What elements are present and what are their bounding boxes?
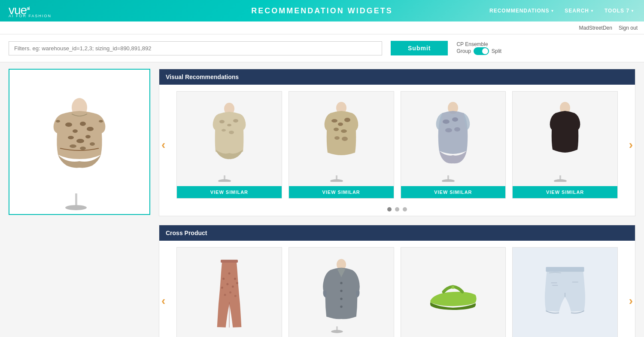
svg-point-5 bbox=[80, 122, 86, 126]
view-similar-btn-3[interactable]: VIEW SIMILAR bbox=[401, 186, 506, 198]
nav-search[interactable]: SEARCH ▼ bbox=[559, 8, 599, 14]
svg-point-34 bbox=[443, 119, 450, 124]
visual-recommendations-grid: VIEW SIMILAR bbox=[176, 91, 618, 199]
svg-point-9 bbox=[85, 135, 91, 138]
svg-point-17 bbox=[227, 124, 231, 126]
cross-product-3: VIEW SIMILAR bbox=[401, 247, 506, 337]
shoes-image bbox=[423, 269, 483, 321]
toggle-area: CP Ensemble Group Split bbox=[456, 41, 501, 55]
svg-point-39 bbox=[442, 179, 455, 182]
svg-point-48 bbox=[232, 285, 234, 288]
svg-point-43 bbox=[222, 278, 225, 280]
nav-tools[interactable]: TOOLS 7 ▼ bbox=[599, 8, 640, 14]
svg-point-58 bbox=[340, 297, 343, 300]
nav-recommendations[interactable]: RECOMMENDATIONS ▼ bbox=[484, 8, 559, 14]
svg-point-57 bbox=[340, 290, 343, 292]
cross-product-header: Cross Product bbox=[159, 225, 635, 241]
svg-point-62 bbox=[452, 286, 455, 289]
svg-point-50 bbox=[224, 294, 226, 296]
svg-rect-0 bbox=[75, 193, 77, 206]
jacket-image bbox=[318, 252, 365, 337]
svg-point-30 bbox=[342, 137, 348, 141]
source-product-image bbox=[32, 73, 127, 211]
svg-point-51 bbox=[229, 291, 231, 294]
svg-point-56 bbox=[340, 282, 343, 285]
product-image-2 bbox=[289, 92, 394, 186]
svg-point-36 bbox=[445, 128, 452, 132]
svg-point-20 bbox=[229, 131, 234, 134]
chevron-down-icon: ▼ bbox=[590, 9, 594, 13]
svg-point-16 bbox=[219, 120, 225, 123]
visual-rec-prev-button[interactable]: ‹ bbox=[161, 138, 165, 152]
logo-area: vueai AI FOR FASHION bbox=[0, 3, 52, 18]
svg-point-47 bbox=[226, 283, 228, 285]
visual-recommendations-header: Visual Recommendations bbox=[159, 69, 635, 85]
svg-point-42 bbox=[554, 179, 567, 182]
user-bar: MadStreetDen Sign out bbox=[0, 21, 644, 34]
visual-rec-product-2: VIEW SIMILAR bbox=[289, 91, 394, 199]
svg-point-44 bbox=[228, 273, 230, 275]
source-image-container bbox=[9, 69, 150, 215]
svg-point-19 bbox=[222, 129, 226, 132]
cross-product-4: VIEW SIMILAR bbox=[512, 247, 618, 337]
svg-point-13 bbox=[56, 120, 60, 123]
svg-point-7 bbox=[68, 136, 74, 139]
view-similar-btn-2[interactable]: VIEW SIMILAR bbox=[289, 186, 394, 198]
right-panel: Visual Recommendations ‹ bbox=[159, 69, 635, 337]
cross-product-prev-button[interactable]: ‹ bbox=[161, 294, 165, 308]
svg-point-3 bbox=[65, 123, 72, 127]
logo-sup: ai bbox=[27, 6, 29, 11]
submit-button[interactable]: Submit bbox=[391, 41, 448, 55]
filter-input[interactable] bbox=[9, 41, 382, 55]
cross-product-carousel: ‹ bbox=[159, 241, 635, 337]
svg-point-6 bbox=[87, 127, 94, 131]
svg-point-1 bbox=[65, 205, 87, 210]
svg-point-24 bbox=[331, 119, 337, 123]
visual-rec-product-4: VIEW SIMILAR bbox=[512, 91, 618, 199]
svg-point-35 bbox=[452, 117, 458, 122]
view-similar-btn-1[interactable]: VIEW SIMILAR bbox=[177, 186, 282, 198]
content-layout: Visual Recommendations ‹ bbox=[9, 69, 635, 337]
svg-point-14 bbox=[99, 120, 103, 123]
cross-product-section: Cross Product ‹ bbox=[159, 225, 635, 337]
svg-rect-54 bbox=[221, 260, 238, 263]
signout-link[interactable]: Sign out bbox=[619, 25, 638, 31]
view-similar-btn-4[interactable]: VIEW SIMILAR bbox=[513, 186, 617, 198]
product-image-3 bbox=[401, 92, 506, 186]
svg-point-26 bbox=[344, 118, 350, 122]
cross-product-image-4 bbox=[513, 248, 617, 337]
svg-rect-63 bbox=[546, 267, 584, 272]
visual-rec-product-1: VIEW SIMILAR bbox=[176, 91, 282, 199]
cross-product-image-2 bbox=[289, 248, 394, 337]
visual-rec-next-button[interactable]: › bbox=[629, 138, 633, 152]
cross-product-1: VIEW SIMILAR bbox=[176, 247, 282, 337]
svg-point-46 bbox=[221, 287, 223, 289]
visual-recommendations-carousel: ‹ bbox=[159, 85, 635, 205]
header: vueai AI FOR FASHION RECOMMENDATION WIDG… bbox=[0, 0, 644, 21]
clothing-image-2 bbox=[316, 96, 367, 182]
carousel-dot-2[interactable] bbox=[395, 207, 399, 211]
cp-ensemble-label: CP Ensemble bbox=[456, 41, 488, 47]
cross-product-image-3 bbox=[401, 248, 506, 337]
carousel-dot-1[interactable] bbox=[387, 207, 392, 211]
cross-product-next-button[interactable]: › bbox=[629, 294, 633, 308]
svg-point-37 bbox=[454, 127, 460, 132]
clothing-image-1 bbox=[204, 96, 255, 182]
cross-product-grid: VIEW SIMILAR bbox=[176, 247, 618, 337]
group-split-toggle[interactable] bbox=[474, 47, 489, 55]
carousel-dot-3[interactable] bbox=[403, 207, 407, 211]
group-label: Group bbox=[456, 48, 471, 54]
shorts-image bbox=[537, 260, 593, 329]
svg-point-28 bbox=[341, 129, 347, 133]
svg-point-61 bbox=[331, 330, 343, 333]
product-image-4 bbox=[513, 92, 617, 186]
svg-point-8 bbox=[76, 139, 84, 143]
split-label: Split bbox=[492, 48, 501, 54]
svg-point-49 bbox=[236, 282, 238, 284]
clothing-image-3 bbox=[427, 96, 479, 182]
pants-image bbox=[208, 252, 251, 337]
product-image-1 bbox=[177, 92, 282, 186]
svg-point-27 bbox=[334, 128, 339, 131]
visual-recommendations-section: Visual Recommendations ‹ bbox=[159, 69, 635, 216]
svg-point-12 bbox=[90, 142, 95, 146]
